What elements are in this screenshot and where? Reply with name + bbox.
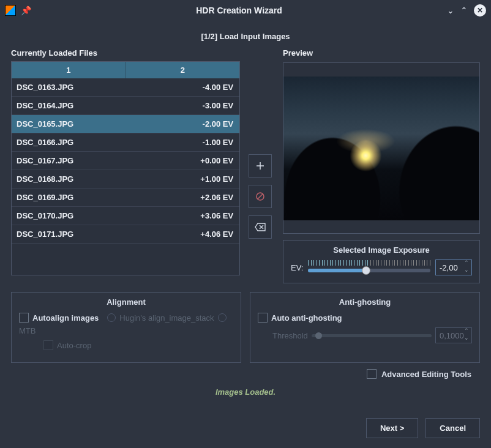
ev-cell: +3.06 EV	[137, 207, 240, 225]
ev-cell: -3.00 EV	[137, 97, 240, 114]
maximize-icon[interactable]: ⌃	[460, 6, 468, 15]
file-name-cell: DSC_0164.JPG	[12, 97, 137, 114]
pin-icon[interactable]: 📌	[21, 6, 31, 15]
ev-slider[interactable]	[308, 260, 430, 275]
titlebar: 📌 HDR Creation Wizard ⌄ ⌃ ✕	[0, 0, 491, 21]
svg-line-3	[258, 194, 263, 199]
exposure-panel: Selected Image Exposure EV: -2,00	[283, 240, 480, 283]
table-row[interactable]: DSC_0165.JPG-2.00 EV	[12, 115, 239, 133]
file-name-cell: DSC_0168.JPG	[12, 170, 137, 188]
ev-cell: -4.00 EV	[137, 78, 240, 96]
advanced-tools-label: Advanced Editing Tools	[381, 370, 471, 379]
autocrop-checkbox	[43, 340, 53, 350]
col-header-1[interactable]: 1	[12, 62, 126, 78]
table-row[interactable]: DSC_0168.JPG+1.00 EV	[12, 170, 239, 189]
loaded-files-label: Currently Loaded Files	[11, 48, 240, 58]
plus-icon	[255, 161, 265, 171]
advanced-tools-checkbox[interactable]	[367, 369, 377, 379]
ev-cell: +2.06 EV	[137, 189, 240, 206]
threshold-label: Threshold	[272, 331, 308, 340]
preview-panel	[283, 62, 480, 234]
remove-file-button[interactable]	[249, 185, 272, 208]
auto-antighost-checkbox[interactable]	[258, 313, 268, 323]
autoalign-label: Autoalign images	[32, 313, 99, 323]
alignment-panel: Alignment Autoalign images Hugin's align…	[11, 292, 241, 363]
file-name-cell: DSC_0165.JPG	[12, 115, 137, 133]
step-title: [1/2] Load Input Images	[11, 32, 480, 41]
table-row[interactable]: DSC_0167.JPG+0.00 EV	[12, 152, 239, 170]
file-table: 1 2 DSC_0163.JPG-4.00 EVDSC_0164.JPG-3.0…	[11, 61, 240, 275]
ev-spinbox[interactable]: -2,00	[435, 259, 472, 275]
exposure-title: Selected Image Exposure	[291, 245, 472, 255]
wizard-window: 📌 HDR Creation Wizard ⌄ ⌃ ✕ [1/2] Load I…	[0, 0, 491, 448]
backspace-icon	[255, 223, 266, 231]
table-row[interactable]: DSC_0171.JPG+4.06 EV	[12, 225, 239, 244]
status-text: Images Loaded.	[11, 387, 480, 397]
ev-cell: +4.06 EV	[137, 225, 240, 243]
file-name-cell: DSC_0167.JPG	[12, 152, 137, 170]
threshold-slider	[312, 330, 432, 340]
table-row[interactable]: DSC_0169.JPG+2.06 EV	[12, 189, 239, 207]
table-row[interactable]: DSC_0166.JPG-1.00 EV	[12, 133, 239, 152]
file-name-cell: DSC_0170.JPG	[12, 207, 137, 225]
ev-cell: -1.00 EV	[137, 133, 240, 151]
forbidden-icon	[255, 192, 265, 201]
minimize-icon[interactable]: ⌄	[447, 6, 454, 15]
preview-image	[283, 77, 479, 220]
ev-cell: +0.00 EV	[137, 152, 240, 170]
hugin-radio	[107, 313, 116, 322]
file-name-cell: DSC_0171.JPG	[12, 225, 137, 243]
close-icon[interactable]: ✕	[474, 4, 486, 17]
slider-thumb[interactable]	[362, 266, 370, 275]
auto-antighost-label: Auto anti-ghosting	[271, 313, 342, 323]
window-title: HDR Creation Wizard	[31, 6, 447, 15]
threshold-spinbox: 0,1000	[435, 327, 472, 343]
alignment-title: Alignment	[19, 297, 233, 307]
mtb-label: MTB	[19, 326, 36, 335]
autocrop-label: Auto-crop	[57, 341, 91, 350]
mtb-radio	[218, 313, 227, 322]
file-name-cell: DSC_0169.JPG	[12, 189, 137, 206]
ev-cell: -2.00 EV	[137, 115, 240, 133]
table-row[interactable]: DSC_0164.JPG-3.00 EV	[12, 97, 239, 115]
hugin-label: Hugin's align_image_stack	[119, 313, 214, 323]
ev-cell: +1.00 EV	[137, 170, 240, 188]
antighost-title: Anti-ghosting	[258, 297, 472, 307]
col-header-2[interactable]: 2	[126, 62, 240, 78]
file-name-cell: DSC_0166.JPG	[12, 133, 137, 151]
app-icon	[5, 5, 16, 16]
table-row[interactable]: DSC_0170.JPG+3.06 EV	[12, 207, 239, 225]
antighost-panel: Anti-ghosting Auto anti-ghosting Thresho…	[250, 292, 480, 363]
clear-files-button[interactable]	[249, 215, 272, 239]
cancel-button[interactable]: Cancel	[425, 418, 480, 438]
ev-label: EV:	[291, 263, 303, 272]
autoalign-checkbox[interactable]	[19, 313, 29, 323]
table-row[interactable]: DSC_0163.JPG-4.00 EV	[12, 78, 239, 97]
file-name-cell: DSC_0163.JPG	[12, 78, 137, 96]
next-button[interactable]: Next >	[366, 418, 418, 438]
preview-label: Preview	[283, 48, 480, 58]
add-file-button[interactable]	[249, 154, 272, 177]
